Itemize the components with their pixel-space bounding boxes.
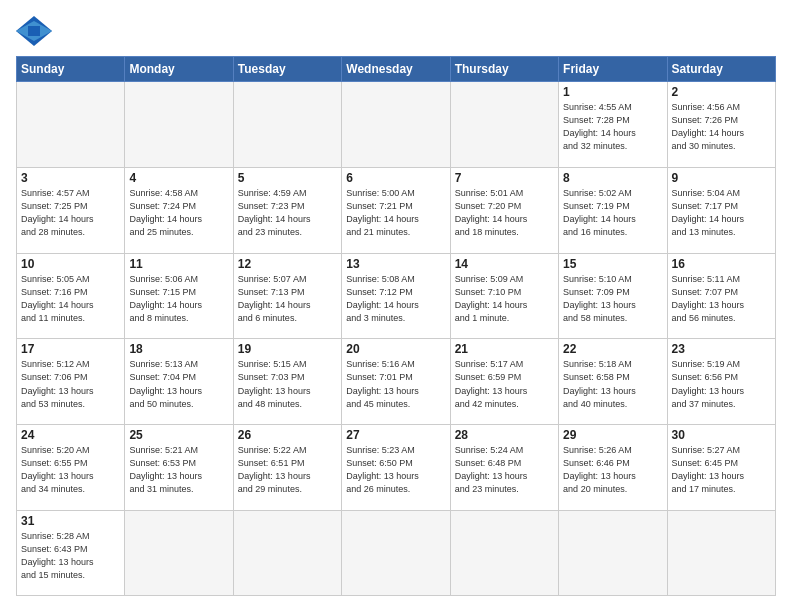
day-info: Sunrise: 4:56 AM Sunset: 7:26 PM Dayligh… — [672, 101, 771, 153]
calendar-cell: 14Sunrise: 5:09 AM Sunset: 7:10 PM Dayli… — [450, 253, 558, 339]
day-info: Sunrise: 5:04 AM Sunset: 7:17 PM Dayligh… — [672, 187, 771, 239]
calendar-week-2: 10Sunrise: 5:05 AM Sunset: 7:16 PM Dayli… — [17, 253, 776, 339]
calendar-cell: 10Sunrise: 5:05 AM Sunset: 7:16 PM Dayli… — [17, 253, 125, 339]
day-number: 16 — [672, 257, 771, 271]
calendar-table: SundayMondayTuesdayWednesdayThursdayFrid… — [16, 56, 776, 596]
calendar-cell: 7Sunrise: 5:01 AM Sunset: 7:20 PM Daylig… — [450, 167, 558, 253]
calendar-cell: 24Sunrise: 5:20 AM Sunset: 6:55 PM Dayli… — [17, 425, 125, 511]
calendar-cell: 31Sunrise: 5:28 AM Sunset: 6:43 PM Dayli… — [17, 511, 125, 596]
day-info: Sunrise: 5:13 AM Sunset: 7:04 PM Dayligh… — [129, 358, 228, 410]
day-number: 22 — [563, 342, 662, 356]
calendar-cell: 25Sunrise: 5:21 AM Sunset: 6:53 PM Dayli… — [125, 425, 233, 511]
calendar-week-4: 24Sunrise: 5:20 AM Sunset: 6:55 PM Dayli… — [17, 425, 776, 511]
weekday-header-tuesday: Tuesday — [233, 57, 341, 82]
day-info: Sunrise: 5:17 AM Sunset: 6:59 PM Dayligh… — [455, 358, 554, 410]
calendar-cell: 29Sunrise: 5:26 AM Sunset: 6:46 PM Dayli… — [559, 425, 667, 511]
calendar-cell — [559, 511, 667, 596]
day-info: Sunrise: 5:10 AM Sunset: 7:09 PM Dayligh… — [563, 273, 662, 325]
day-info: Sunrise: 5:23 AM Sunset: 6:50 PM Dayligh… — [346, 444, 445, 496]
calendar-cell: 21Sunrise: 5:17 AM Sunset: 6:59 PM Dayli… — [450, 339, 558, 425]
day-info: Sunrise: 5:12 AM Sunset: 7:06 PM Dayligh… — [21, 358, 120, 410]
day-number: 10 — [21, 257, 120, 271]
day-info: Sunrise: 5:28 AM Sunset: 6:43 PM Dayligh… — [21, 530, 120, 582]
day-number: 2 — [672, 85, 771, 99]
day-number: 26 — [238, 428, 337, 442]
day-number: 23 — [672, 342, 771, 356]
day-number: 13 — [346, 257, 445, 271]
calendar-cell: 30Sunrise: 5:27 AM Sunset: 6:45 PM Dayli… — [667, 425, 775, 511]
calendar-week-3: 17Sunrise: 5:12 AM Sunset: 7:06 PM Dayli… — [17, 339, 776, 425]
day-info: Sunrise: 5:07 AM Sunset: 7:13 PM Dayligh… — [238, 273, 337, 325]
day-number: 6 — [346, 171, 445, 185]
day-number: 19 — [238, 342, 337, 356]
day-number: 25 — [129, 428, 228, 442]
day-info: Sunrise: 5:16 AM Sunset: 7:01 PM Dayligh… — [346, 358, 445, 410]
day-info: Sunrise: 5:21 AM Sunset: 6:53 PM Dayligh… — [129, 444, 228, 496]
calendar-cell — [233, 511, 341, 596]
day-number: 28 — [455, 428, 554, 442]
day-info: Sunrise: 5:02 AM Sunset: 7:19 PM Dayligh… — [563, 187, 662, 239]
calendar-cell: 17Sunrise: 5:12 AM Sunset: 7:06 PM Dayli… — [17, 339, 125, 425]
weekday-header-monday: Monday — [125, 57, 233, 82]
day-number: 18 — [129, 342, 228, 356]
day-number: 14 — [455, 257, 554, 271]
calendar-cell — [667, 511, 775, 596]
calendar-cell: 28Sunrise: 5:24 AM Sunset: 6:48 PM Dayli… — [450, 425, 558, 511]
day-info: Sunrise: 5:11 AM Sunset: 7:07 PM Dayligh… — [672, 273, 771, 325]
calendar-cell: 1Sunrise: 4:55 AM Sunset: 7:28 PM Daylig… — [559, 82, 667, 168]
calendar-cell — [125, 511, 233, 596]
calendar-cell: 11Sunrise: 5:06 AM Sunset: 7:15 PM Dayli… — [125, 253, 233, 339]
weekday-row: SundayMondayTuesdayWednesdayThursdayFrid… — [17, 57, 776, 82]
page-header — [16, 16, 776, 46]
calendar-week-0: 1Sunrise: 4:55 AM Sunset: 7:28 PM Daylig… — [17, 82, 776, 168]
day-number: 21 — [455, 342, 554, 356]
day-info: Sunrise: 5:05 AM Sunset: 7:16 PM Dayligh… — [21, 273, 120, 325]
day-number: 17 — [21, 342, 120, 356]
calendar-cell — [233, 82, 341, 168]
calendar-cell — [342, 511, 450, 596]
day-number: 12 — [238, 257, 337, 271]
calendar-cell: 9Sunrise: 5:04 AM Sunset: 7:17 PM Daylig… — [667, 167, 775, 253]
calendar-cell: 20Sunrise: 5:16 AM Sunset: 7:01 PM Dayli… — [342, 339, 450, 425]
day-number: 9 — [672, 171, 771, 185]
day-info: Sunrise: 5:06 AM Sunset: 7:15 PM Dayligh… — [129, 273, 228, 325]
day-number: 1 — [563, 85, 662, 99]
day-number: 20 — [346, 342, 445, 356]
day-info: Sunrise: 5:18 AM Sunset: 6:58 PM Dayligh… — [563, 358, 662, 410]
day-info: Sunrise: 5:09 AM Sunset: 7:10 PM Dayligh… — [455, 273, 554, 325]
calendar-header: SundayMondayTuesdayWednesdayThursdayFrid… — [17, 57, 776, 82]
day-number: 24 — [21, 428, 120, 442]
calendar-cell: 26Sunrise: 5:22 AM Sunset: 6:51 PM Dayli… — [233, 425, 341, 511]
calendar-cell: 15Sunrise: 5:10 AM Sunset: 7:09 PM Dayli… — [559, 253, 667, 339]
day-info: Sunrise: 4:57 AM Sunset: 7:25 PM Dayligh… — [21, 187, 120, 239]
day-info: Sunrise: 5:00 AM Sunset: 7:21 PM Dayligh… — [346, 187, 445, 239]
logo-icon — [16, 16, 52, 46]
weekday-header-sunday: Sunday — [17, 57, 125, 82]
day-info: Sunrise: 5:22 AM Sunset: 6:51 PM Dayligh… — [238, 444, 337, 496]
day-info: Sunrise: 4:59 AM Sunset: 7:23 PM Dayligh… — [238, 187, 337, 239]
calendar-page: SundayMondayTuesdayWednesdayThursdayFrid… — [0, 0, 792, 612]
day-info: Sunrise: 5:20 AM Sunset: 6:55 PM Dayligh… — [21, 444, 120, 496]
calendar-week-5: 31Sunrise: 5:28 AM Sunset: 6:43 PM Dayli… — [17, 511, 776, 596]
calendar-cell: 27Sunrise: 5:23 AM Sunset: 6:50 PM Dayli… — [342, 425, 450, 511]
day-number: 3 — [21, 171, 120, 185]
calendar-cell — [17, 82, 125, 168]
day-info: Sunrise: 5:08 AM Sunset: 7:12 PM Dayligh… — [346, 273, 445, 325]
calendar-cell — [125, 82, 233, 168]
weekday-header-thursday: Thursday — [450, 57, 558, 82]
svg-rect-2 — [28, 26, 40, 36]
calendar-cell: 3Sunrise: 4:57 AM Sunset: 7:25 PM Daylig… — [17, 167, 125, 253]
day-info: Sunrise: 5:15 AM Sunset: 7:03 PM Dayligh… — [238, 358, 337, 410]
calendar-cell — [450, 82, 558, 168]
calendar-cell — [342, 82, 450, 168]
calendar-cell: 19Sunrise: 5:15 AM Sunset: 7:03 PM Dayli… — [233, 339, 341, 425]
logo — [16, 16, 56, 46]
calendar-cell: 22Sunrise: 5:18 AM Sunset: 6:58 PM Dayli… — [559, 339, 667, 425]
calendar-cell: 13Sunrise: 5:08 AM Sunset: 7:12 PM Dayli… — [342, 253, 450, 339]
day-number: 30 — [672, 428, 771, 442]
calendar-cell: 16Sunrise: 5:11 AM Sunset: 7:07 PM Dayli… — [667, 253, 775, 339]
calendar-cell: 6Sunrise: 5:00 AM Sunset: 7:21 PM Daylig… — [342, 167, 450, 253]
calendar-cell: 18Sunrise: 5:13 AM Sunset: 7:04 PM Dayli… — [125, 339, 233, 425]
weekday-header-saturday: Saturday — [667, 57, 775, 82]
day-info: Sunrise: 4:58 AM Sunset: 7:24 PM Dayligh… — [129, 187, 228, 239]
